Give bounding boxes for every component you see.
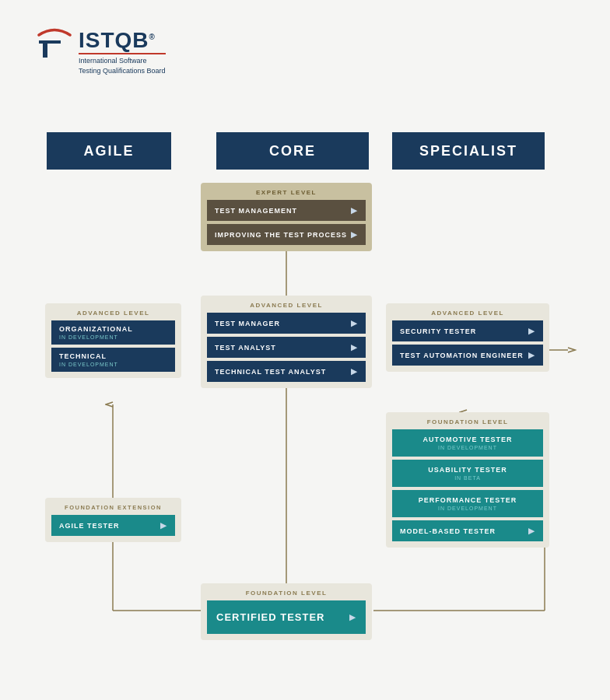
core-foundation-label: FOUNDATION LEVEL [207,590,366,597]
logo-icon [31,23,74,66]
expert-level-card: EXPERT LEVEL TEST MANAGEMENT ▶ IMPROVING… [201,183,372,251]
arrow-icon: ▶ [351,230,358,239]
agile-tester-item[interactable]: AGILE TESTER ▶ [51,515,175,536]
core-foundation-card: FOUNDATION LEVEL CERTIFIED TESTER ▶ [201,583,372,640]
logo-subtitle: International SoftwareTesting Qualificat… [79,53,166,75]
test-manager-item[interactable]: TEST MANAGER ▶ [207,313,366,334]
arrow-icon: ▶ [351,367,358,376]
arrow-icon: ▶ [351,319,358,327]
test-management-item[interactable]: TEST MANAGEMENT ▶ [207,200,366,221]
logo-area: ISTQB® International SoftwareTesting Qua… [31,23,166,75]
improving-test-process-item[interactable]: IMPROVING THE TEST PROCESS ▶ [207,224,366,245]
security-tester-item[interactable]: SECURITY TESTER ▶ [392,320,543,341]
agile-foundation-extension-card: FOUNDATION EXTENSION AGILE TESTER ▶ [45,498,181,542]
core-advanced-card: ADVANCED LEVEL TEST MANAGER ▶ TEST ANALY… [201,296,372,388]
arrow-icon: ▶ [160,521,167,530]
specialist-foundation-label: FOUNDATION LEVEL [392,418,543,425]
column-header-agile: AGILE [47,132,171,170]
specialist-advanced-label: ADVANCED LEVEL [392,310,543,317]
arrow-icon: ▶ [351,206,358,215]
technical-test-analyst-item[interactable]: TECHNICAL TEST ANALYST ▶ [207,361,366,382]
core-advanced-label: ADVANCED LEVEL [207,302,366,309]
svg-rect-10 [43,40,47,58]
arrow-icon: ▶ [349,613,356,621]
arrow-icon: ▶ [528,527,535,535]
column-header-core: CORE [216,132,369,170]
agile-advanced-card: ADVANCED LEVEL ORGANIZATIONAL IN DEVELOP… [45,303,181,378]
organizational-item[interactable]: ORGANIZATIONAL IN DEVELOPMENT [51,320,175,345]
performance-tester-item[interactable]: PERFORMANCE TESTER IN DEVELOPMENT [392,490,543,517]
test-automation-engineer-item[interactable]: TEST AUTOMATION ENGINEER ▶ [392,345,543,366]
arrow-icon: ▶ [528,351,535,359]
automotive-tester-item[interactable]: AUTOMOTIVE TESTER IN DEVELOPMENT [392,429,543,457]
technical-item[interactable]: TECHNICAL IN DEVELOPMENT [51,348,175,372]
model-based-tester-item[interactable]: MODEL-BASED TESTER ▶ [392,520,543,541]
svg-rect-9 [39,40,61,44]
test-analyst-item[interactable]: TEST ANALYST ▶ [207,337,366,358]
expert-level-label: EXPERT LEVEL [207,189,366,196]
arrow-icon: ▶ [528,327,535,335]
specialist-foundation-card: FOUNDATION LEVEL AUTOMOTIVE TESTER IN DE… [386,412,549,548]
logo-name: ISTQB® [79,30,166,51]
arrow-icon: ▶ [351,343,358,352]
certified-tester-item[interactable]: CERTIFIED TESTER ▶ [207,600,366,634]
usability-tester-item[interactable]: USABILITY TESTER IN BETA [392,460,543,487]
column-header-specialist: SPECIALIST [392,132,545,170]
specialist-advanced-card: ADVANCED LEVEL SECURITY TESTER ▶ TEST AU… [386,303,549,372]
agile-foundation-label: FOUNDATION EXTENSION [51,504,175,511]
agile-advanced-label: ADVANCED LEVEL [51,310,175,317]
